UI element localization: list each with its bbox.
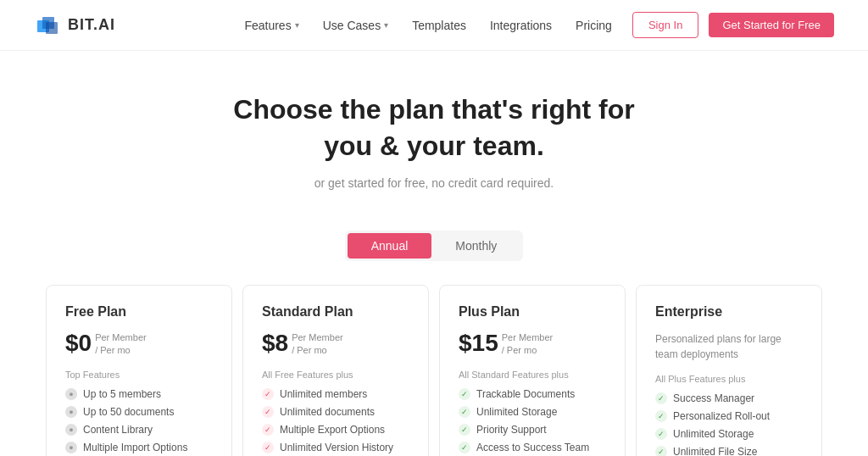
check-icon: ● bbox=[65, 424, 77, 436]
nav-features[interactable]: Features ▾ bbox=[244, 19, 298, 32]
list-item: ✓ Multiple Export Options bbox=[262, 424, 409, 436]
list-item: ● Content Library bbox=[65, 424, 213, 436]
logo-text: BIT.AI bbox=[68, 16, 115, 34]
list-item: ✓ Unlimited Storage bbox=[655, 428, 803, 440]
list-item: ✓ Trackable Documents bbox=[459, 388, 606, 400]
list-item: ✓ Unlimited Storage bbox=[459, 406, 606, 418]
check-icon: ✓ bbox=[459, 424, 470, 436]
enterprise-plan-desc: Personalized plans for large team deploy… bbox=[655, 331, 803, 362]
list-item: ✓ Unlimited members bbox=[262, 388, 409, 400]
plus-plan-card: Plus Plan $15 Per Member / Per mo All St… bbox=[439, 285, 626, 456]
check-icon: ✓ bbox=[459, 406, 470, 418]
logo-icon bbox=[34, 14, 61, 37]
hero-subtitle: or get started for free, no credit card … bbox=[17, 176, 851, 190]
enterprise-plan-features-label: All Plus Features plus bbox=[655, 374, 803, 384]
standard-plan-price-row: $8 Per Member / Per mo bbox=[262, 331, 409, 358]
list-item: ● Up to 50 documents bbox=[65, 406, 213, 418]
list-item: ● Multiple Import Options bbox=[65, 442, 213, 453]
list-item: ✓ Unlimited Version History bbox=[262, 442, 409, 453]
main-nav: Features ▾ Use Cases ▾ Templates Integra… bbox=[244, 19, 612, 32]
standard-plan-card: Standard Plan $8 Per Member / Per mo All… bbox=[242, 285, 429, 456]
plus-plan-title: Plus Plan bbox=[459, 304, 606, 320]
enterprise-plan-title: Enterprise bbox=[655, 304, 803, 320]
check-icon: ✓ bbox=[262, 424, 274, 436]
free-plan-features-label: Top Features bbox=[65, 370, 213, 380]
list-item: ✓ Success Manager bbox=[655, 392, 803, 404]
standard-plan-price-meta: Per Member / Per mo bbox=[292, 331, 343, 358]
check-icon: ✓ bbox=[655, 446, 667, 456]
check-icon: ✓ bbox=[459, 388, 470, 400]
plus-plan-price-row: $15 Per Member / Per mo bbox=[459, 331, 606, 358]
nav-templates[interactable]: Templates bbox=[412, 19, 466, 32]
check-icon: ● bbox=[65, 388, 77, 400]
standard-plan-price: $8 bbox=[262, 331, 288, 355]
check-icon: ✓ bbox=[262, 406, 274, 418]
check-icon: ● bbox=[65, 442, 77, 453]
check-icon: ✓ bbox=[262, 442, 274, 453]
signin-button[interactable]: Sign In bbox=[632, 12, 698, 38]
check-icon: ✓ bbox=[262, 388, 274, 400]
free-plan-card: Free Plan $0 Per Member / Per mo Top Fea… bbox=[46, 285, 232, 456]
annual-toggle-button[interactable]: Annual bbox=[348, 233, 432, 259]
monthly-toggle-button[interactable]: Monthly bbox=[431, 233, 520, 259]
hero-title: Choose the plan that's right for you & y… bbox=[17, 92, 851, 164]
list-item: ✓ Priority Support bbox=[459, 424, 606, 436]
check-icon: ✓ bbox=[655, 410, 667, 422]
chevron-down-icon: ▾ bbox=[384, 20, 388, 30]
nav-integrations[interactable]: Integrations bbox=[490, 19, 552, 32]
billing-toggle: Annual Monthly bbox=[345, 231, 524, 261]
pricing-cards: Free Plan $0 Per Member / Per mo Top Fea… bbox=[0, 285, 868, 456]
check-icon: ✓ bbox=[655, 428, 667, 440]
list-item: ✓ Unlimited File Size bbox=[655, 446, 803, 456]
svg-rect-2 bbox=[46, 22, 58, 34]
chevron-down-icon: ▾ bbox=[295, 20, 299, 30]
free-plan-price-meta: Per Member / Per mo bbox=[95, 331, 147, 358]
list-item: ✓ Personalized Roll-out bbox=[655, 410, 803, 422]
enterprise-plan-card: Enterprise Personalized plans for large … bbox=[636, 285, 822, 456]
nav-use-cases[interactable]: Use Cases ▾ bbox=[323, 19, 388, 32]
free-plan-price-row: $0 Per Member / Per mo bbox=[65, 331, 213, 358]
hero-section: Choose the plan that's right for you & y… bbox=[0, 51, 868, 214]
nav-pricing[interactable]: Pricing bbox=[576, 19, 612, 32]
billing-toggle-area: Annual Monthly bbox=[0, 231, 868, 261]
check-icon: ● bbox=[65, 406, 77, 418]
standard-plan-title: Standard Plan bbox=[262, 304, 409, 320]
plus-plan-price: $15 bbox=[459, 331, 498, 355]
header: BIT.AI Features ▾ Use Cases ▾ Templates … bbox=[0, 0, 868, 51]
list-item: ✓ Unlimited documents bbox=[262, 406, 409, 418]
list-item: ✓ Access to Success Team bbox=[459, 442, 606, 453]
logo-area: BIT.AI bbox=[34, 14, 115, 37]
check-icon: ✓ bbox=[655, 392, 667, 404]
list-item: ● Up to 5 members bbox=[65, 388, 213, 400]
check-icon: ✓ bbox=[459, 442, 470, 453]
plus-plan-features-label: All Standard Features plus bbox=[459, 370, 606, 380]
header-buttons: Sign In Get Started for Free bbox=[632, 12, 834, 38]
get-started-button[interactable]: Get Started for Free bbox=[709, 13, 834, 37]
free-plan-price: $0 bbox=[65, 331, 92, 355]
standard-plan-features-label: All Free Features plus bbox=[262, 370, 409, 380]
plus-plan-price-meta: Per Member / Per mo bbox=[502, 331, 554, 358]
free-plan-title: Free Plan bbox=[65, 304, 213, 320]
